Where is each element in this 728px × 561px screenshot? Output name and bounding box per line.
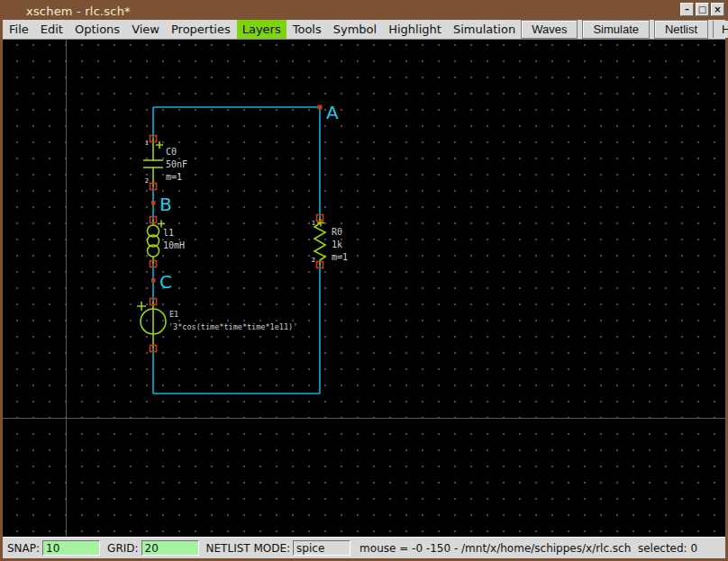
menu-properties[interactable]: Properties — [166, 20, 236, 39]
help-button[interactable]: Help — [713, 21, 728, 38]
grid-label: GRID: — [107, 542, 138, 555]
menu-options[interactable]: Options — [69, 20, 125, 39]
component-ref: C0 — [166, 147, 177, 157]
capacitor-C0[interactable]: 1 2 C0 50nF m=1 — [143, 136, 187, 190]
window-title: xschem - rlc.sch* — [26, 5, 131, 18]
menu-file[interactable]: File — [4, 20, 34, 39]
net-wires[interactable] — [153, 107, 320, 394]
component-ref: E1 — [169, 310, 178, 319]
resistor-R0[interactable]: 1 2 R0 1k m=1 — [312, 215, 348, 268]
net-label-B[interactable]: B — [159, 194, 172, 215]
minimize-icon[interactable]: – — [680, 3, 694, 16]
menu-symbol[interactable]: Symbol — [328, 20, 382, 39]
component-value: 10mH — [163, 240, 185, 250]
netlist-button[interactable]: Netlist — [654, 20, 708, 39]
status-bar: SNAP: GRID: NETLIST MODE: mouse = -0 -15… — [3, 537, 725, 558]
pin-number: 1 — [312, 220, 315, 227]
menu-view[interactable]: View — [126, 20, 165, 39]
menu-tools[interactable]: Tools — [287, 20, 327, 39]
pin-number: 2 — [145, 177, 149, 185]
inductor-l1[interactable]: l1 10mH — [148, 217, 186, 267]
component-value: '3*cos(time*time*time*1e11)' — [168, 322, 297, 331]
window-controls: – □ × — [680, 3, 724, 16]
pin-number: 1 — [145, 140, 149, 147]
netlist-mode-input[interactable] — [293, 540, 350, 556]
component-value: 1k — [332, 240, 342, 249]
schematic-drawing: 1 2 C0 50nF m=1 B — [3, 40, 725, 537]
origin-axes — [3, 40, 725, 537]
component-value: 50nF — [166, 159, 187, 169]
pin-number: 2 — [312, 257, 315, 264]
waves-button[interactable]: Waves — [521, 20, 578, 39]
simulate-button[interactable]: Simulate — [582, 20, 650, 39]
xschem-window: xschem - rlc.sch* – □ × File Edit Option… — [0, 0, 728, 561]
menu-highlight[interactable]: Highlight — [383, 20, 447, 39]
net-label-pin — [151, 278, 156, 283]
schematic-canvas[interactable]: 1 2 C0 50nF m=1 B — [3, 40, 725, 537]
menu-simulation[interactable]: Simulation — [448, 20, 521, 39]
net-label-pin — [151, 201, 156, 205]
menu-bar: File Edit Options View Properties Layers… — [3, 20, 725, 40]
source-E1[interactable]: E1 '3*cos(time*time*time*1e11)' — [137, 299, 297, 352]
net-label-A[interactable]: A — [326, 102, 339, 123]
net-label-C[interactable]: C — [159, 271, 172, 293]
menu-edit[interactable]: Edit — [35, 20, 68, 39]
title-bar[interactable]: xschem - rlc.sch* – □ × — [3, 2, 725, 20]
maximize-icon[interactable]: □ — [696, 3, 709, 16]
component-ref: R0 — [332, 227, 342, 237]
menu-layers[interactable]: Layers — [237, 20, 287, 39]
netlist-mode-label: NETLIST MODE: — [206, 542, 291, 555]
component-ref: l1 — [163, 228, 174, 238]
close-icon[interactable]: × — [711, 3, 724, 16]
snap-label: SNAP: — [7, 542, 40, 555]
mouse-status-text: mouse = -0 -150 - /mnt/x/home/schippes/x… — [359, 542, 697, 555]
grid-input[interactable] — [141, 540, 199, 556]
component-mult: m=1 — [332, 252, 348, 262]
component-mult: m=1 — [166, 172, 182, 182]
snap-input[interactable] — [42, 540, 100, 556]
net-label-pin — [318, 105, 323, 110]
